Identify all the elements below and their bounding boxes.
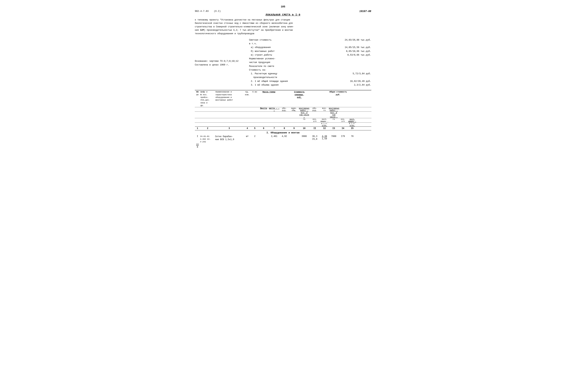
table-header: №№шп Шифр и№ поз.прейск.УСН,цен-ника идр… bbox=[195, 90, 371, 126]
header-col12: Общая стоимостьруб. bbox=[329, 90, 347, 96]
cost-per-1-value: 5,72/3,84 руб. bbox=[353, 72, 371, 80]
page-number: 105 bbox=[195, 5, 371, 8]
header-vtch-zpl-spacer bbox=[310, 123, 320, 126]
header-col7a: Стоимость единицы,руб. bbox=[289, 90, 310, 99]
header-brutto: брутто bbox=[258, 107, 269, 112]
cost-per-2: 2. 1 м2 общей площади здания bbox=[251, 80, 288, 83]
table-col-headers-row1: №№шп Шифр и№ поз.прейск.УСН,цен-ника идр… bbox=[195, 90, 371, 107]
colnum-15: I5 bbox=[347, 127, 357, 130]
desc-line-1: к типовому проекту "Установка доочистки … bbox=[195, 18, 371, 22]
cost-block: Сметная стоимость 24,03/26,88 тыс.руб. в… bbox=[249, 38, 371, 87]
cost-c-label: в) строит.работы bbox=[251, 53, 272, 57]
row1-col4: шт bbox=[243, 135, 251, 138]
cost-label: Сметная стоимость bbox=[249, 38, 272, 42]
header-col2: Шифр и№ поз.прейск.УСН,цен-ника идр. bbox=[200, 90, 215, 107]
info-block: Основание: чертежи ТХ-6;7;8;10;12 Состав… bbox=[195, 38, 371, 87]
header-vsego: все-го bbox=[320, 107, 329, 112]
header-oboru2: обо-руд. bbox=[310, 107, 320, 112]
column-numbers-row: 1 2 3 4 5 6 7 8 9 10 II I2 I3 I4 I5 bbox=[195, 126, 371, 130]
header-row: 902-4-7.83 (X.I) 19107-08 bbox=[195, 10, 371, 13]
header-spacer2 bbox=[339, 107, 357, 112]
doc-ref-left2: (X.I) bbox=[214, 10, 221, 13]
colnum-7: 7 bbox=[269, 127, 279, 130]
row1-col14: 22 8 bbox=[195, 143, 200, 148]
section1-title: I. Оборудование и монтаж bbox=[195, 131, 371, 134]
colnum-13: I3 bbox=[329, 127, 339, 130]
cost-per-1: 1. Расчетную единицу производительности bbox=[251, 72, 277, 80]
doc-ref-left: 902-4-7.83 bbox=[195, 10, 209, 13]
header-oboru: обо-руд. bbox=[279, 107, 289, 112]
cost-a-label: а) оборудования bbox=[251, 46, 271, 49]
row1-col5: 2 bbox=[251, 135, 258, 138]
row1-col12: I79 bbox=[339, 135, 347, 138]
row1-col7a: 3900 bbox=[299, 135, 310, 138]
table-col-headers-row3: все- в том числе _ все- в том числе _ bbox=[195, 112, 371, 118]
indicators-label: Показатели по смете bbox=[249, 65, 371, 68]
colnum-3: 3 bbox=[215, 127, 243, 130]
colnum-9: 9 bbox=[289, 127, 299, 130]
header-s11 bbox=[310, 112, 320, 118]
row1-col8: 36,3 I5,8 bbox=[310, 135, 320, 140]
cost-per-label: Стоимость на: bbox=[249, 68, 371, 72]
header-montazh1: монтажных работ _ bbox=[299, 107, 310, 112]
description-block: к типовому проекту "Установка доочистки … bbox=[195, 18, 371, 35]
header-s15 bbox=[347, 112, 357, 118]
header-col6c bbox=[279, 90, 289, 91]
header-spacer3 bbox=[195, 112, 299, 118]
cost-b-value: 8,65/10,66 тыс.руб. bbox=[346, 50, 371, 53]
header-s12 bbox=[320, 112, 329, 118]
basis-line2: Составлена в ценах 1969 г. bbox=[195, 63, 239, 67]
row1-col3: Сетки барабан-ные БСБ 1,5x1,9 bbox=[215, 135, 243, 141]
colnum-10: 10 bbox=[299, 127, 310, 130]
cost-per-3: 3. 1 м3 объема здания bbox=[251, 83, 279, 87]
header-left: 902-4-7.83 (X.I) bbox=[195, 10, 221, 13]
colnum-8: 8 bbox=[279, 127, 289, 130]
cost-per-2-value: 16,62/20,49 руб. bbox=[350, 80, 371, 83]
normative-label: Нормативная условно- bbox=[249, 57, 371, 61]
header-right: 19107-08 bbox=[359, 10, 371, 13]
cost-c-value: 0,53/0,66 тыс.руб. bbox=[347, 53, 371, 57]
header-vsego-vtc2: все- в том числе _ bbox=[329, 112, 339, 118]
header-osn-zp2: осн.з/п bbox=[339, 118, 347, 122]
in-tc-label: в т.ч. bbox=[249, 42, 371, 46]
colnum-5: 5 bbox=[251, 127, 258, 130]
cost-a-value: 14,85/15,56 тыс.руб. bbox=[345, 46, 371, 49]
cost-b-label: б) монтажных работ bbox=[251, 50, 275, 53]
main-title: ЛОКАЛЬНАЯ СМЕТА № I-9 bbox=[195, 14, 371, 16]
table-row: I 24-01-01 п.262 22-У-242 Сетки барабан-… bbox=[195, 135, 371, 149]
header-ekspl-mashin: эксп.машин _ bbox=[320, 118, 329, 122]
cost-value: 24,03/26,88 тыс.руб. bbox=[345, 38, 371, 42]
colnum-2: 2 bbox=[200, 127, 215, 130]
basis-block: Основание: чертежи ТХ-6;7;8;10;12 Состав… bbox=[195, 59, 239, 87]
header-vtch2: в т.ч.з/пл. bbox=[347, 123, 357, 126]
row1-col6c: 4,92 bbox=[279, 135, 289, 138]
header-vtch1: в т.ч.з/пл. bbox=[320, 123, 329, 126]
header-col10 bbox=[310, 90, 320, 91]
colnum-12: I2 bbox=[320, 127, 329, 130]
header-go: го bbox=[299, 118, 310, 122]
colnum-6: 6 bbox=[258, 127, 269, 130]
basis-line1: Основание: чертежи ТХ-6;7;8;10;12 bbox=[195, 59, 239, 63]
header-osn-zp: осн.з/п bbox=[310, 118, 320, 122]
table-col-headers-row2: брутто нетто - - - обо-руд. един. общ. м… bbox=[195, 107, 371, 112]
row1-col13: 78 bbox=[347, 135, 357, 138]
desc-line-5: технологического оборудования и трубопро… bbox=[195, 32, 371, 35]
header-col5: К-во bbox=[251, 90, 258, 94]
colnum-4: 4 bbox=[243, 127, 251, 130]
cost-per-3-value: 2,3/2,84 руб. bbox=[354, 83, 371, 87]
row1-col6b: 2,461 bbox=[269, 135, 279, 138]
row1-col10: 4,39 I,59 bbox=[320, 135, 329, 140]
table-col-headers-row5: в т.ч.з/пл. в т.ч.з/пл. bbox=[195, 122, 371, 126]
colnum-1: 1 bbox=[195, 127, 200, 130]
header-vtch-spacer2 bbox=[329, 123, 339, 126]
row1-col2: 24-01-01 п.262 22-У-242 bbox=[200, 135, 215, 143]
header-netto: нетто - - - bbox=[269, 107, 279, 112]
header-col3: Наименование ихарактеристикаоборудования… bbox=[215, 90, 243, 102]
normative-label2: чистая продукция bbox=[249, 61, 371, 64]
desc-line-2: биологической очистки сточных вод с ёмко… bbox=[195, 22, 371, 25]
header-col6-label: Масса,тонны bbox=[258, 90, 279, 94]
header-s14 bbox=[339, 112, 347, 118]
row1-col1: I bbox=[195, 135, 200, 138]
colnum-11: II bbox=[310, 127, 320, 130]
desc-line-4: ния БАМ) производительностью 4,2; 7 тыс.… bbox=[195, 28, 371, 32]
